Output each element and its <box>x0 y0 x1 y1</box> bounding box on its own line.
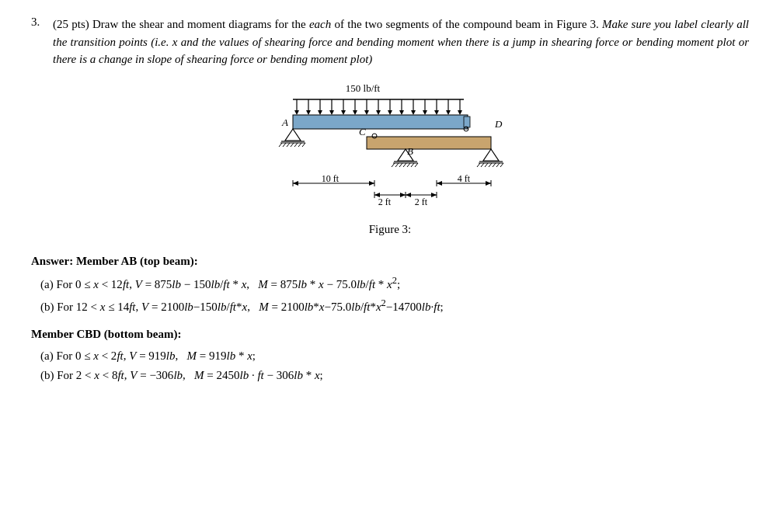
svg-rect-31 <box>293 115 468 129</box>
svg-line-42 <box>283 143 286 147</box>
svg-marker-4 <box>306 110 311 115</box>
dim-2ft-left: 2 ft <box>378 196 392 207</box>
ab-b-label: (b) <box>40 301 54 313</box>
svg-line-45 <box>294 143 298 147</box>
svg-line-51 <box>399 163 402 167</box>
svg-line-63 <box>500 163 503 167</box>
svg-line-52 <box>403 163 406 167</box>
svg-line-57 <box>477 163 480 167</box>
answer-section: Answer: Member AB (top beam): (a) For 0 … <box>31 252 749 386</box>
dim-10ft: 10 ft <box>322 173 340 184</box>
svg-marker-30 <box>458 110 462 115</box>
member-cbd-title: Member CBD (bottom beam): <box>31 325 749 345</box>
svg-marker-20 <box>399 110 404 115</box>
ab-answer-b: (b) For 12 < x ≤ 14ft, V = 2100lb−150lb/… <box>40 295 749 318</box>
svg-marker-38 <box>483 149 499 161</box>
cbd-answer-b: (b) For 2 < x < 8ft, V = −306lb, M = 245… <box>40 366 749 386</box>
label-c: C <box>359 126 366 137</box>
svg-line-43 <box>287 143 290 147</box>
svg-marker-8 <box>329 110 334 115</box>
member-ab-title: Answer: Member AB (top beam): <box>31 252 749 272</box>
svg-marker-12 <box>353 110 357 115</box>
label-a: A <box>281 116 288 128</box>
figure-caption: Figure 3: <box>369 223 412 236</box>
beam-diagram: 150 lb/ft <box>215 82 565 218</box>
svg-marker-22 <box>411 110 416 115</box>
problem-container: 3. (25 pts) Draw the shear and moment di… <box>31 16 749 386</box>
svg-line-61 <box>493 163 496 167</box>
svg-marker-68 <box>369 181 374 186</box>
figure-container: 150 lb/ft <box>31 82 749 236</box>
svg-line-58 <box>481 163 484 167</box>
load-label: 150 lb/ft <box>346 82 381 94</box>
ab-answer-a: (a) For 0 ≤ x < 12ft, V = 875lb − 150lb/… <box>40 273 749 295</box>
cbd-a-text: For 0 ≤ x < 2ft, V = 919lb, M = 919lb * … <box>56 349 256 362</box>
problem-number: 3. <box>31 16 53 68</box>
svg-marker-24 <box>423 110 427 115</box>
svg-line-59 <box>485 163 488 167</box>
svg-line-50 <box>395 163 399 167</box>
and-text: and <box>181 36 199 48</box>
label-d: D <box>494 118 503 130</box>
svg-line-55 <box>415 163 418 167</box>
svg-marker-77 <box>431 193 437 197</box>
cbd-answer-a: (a) For 0 ≤ x < 2ft, V = 919lb, M = 919l… <box>40 346 749 367</box>
svg-marker-2 <box>294 110 299 115</box>
svg-marker-76 <box>406 193 411 197</box>
svg-marker-10 <box>341 110 346 115</box>
svg-rect-32 <box>464 116 470 127</box>
svg-line-53 <box>407 163 410 167</box>
dim-2ft-right: 2 ft <box>415 196 428 207</box>
svg-marker-18 <box>388 110 392 115</box>
svg-line-62 <box>496 163 500 167</box>
emphasis-each: each <box>309 18 331 30</box>
cbd-a-label: (a) <box>40 349 54 362</box>
svg-marker-14 <box>364 110 369 115</box>
cbd-b-text: For 2 < x < 8ft, V = −306lb, M = 2450lb … <box>57 369 323 381</box>
svg-marker-16 <box>376 110 381 115</box>
ab-a-text: For 0 ≤ x < 12ft, V = 875lb − 150lb/ft *… <box>56 278 400 290</box>
svg-marker-6 <box>318 110 322 115</box>
label-b: B <box>407 145 413 157</box>
svg-line-60 <box>489 163 492 167</box>
svg-marker-73 <box>400 193 406 197</box>
dim-4ft: 4 ft <box>458 173 471 184</box>
problem-text: (25 pts) Draw the shear and moment diagr… <box>53 16 749 68</box>
ab-b-text: For 12 < x ≤ 14ft, V = 2100lb−150lb/ft*x… <box>57 301 443 313</box>
svg-marker-33 <box>285 129 301 141</box>
svg-line-47 <box>302 143 305 147</box>
svg-line-44 <box>291 143 294 147</box>
points-label: (25 pts) <box>53 18 89 30</box>
svg-marker-28 <box>446 110 451 115</box>
problem-header: 3. (25 pts) Draw the shear and moment di… <box>31 16 749 68</box>
svg-line-49 <box>392 163 395 167</box>
svg-line-41 <box>279 143 282 147</box>
svg-marker-26 <box>434 110 439 115</box>
svg-rect-35 <box>367 137 491 149</box>
emphasis-instructions: Make sure you label clearly all the tran… <box>53 18 749 65</box>
svg-line-54 <box>411 163 414 167</box>
cbd-b-label: (b) <box>40 369 54 381</box>
ab-a-label: (a) <box>40 278 54 290</box>
svg-marker-81 <box>437 181 442 186</box>
svg-marker-67 <box>293 181 298 186</box>
svg-marker-82 <box>486 181 491 186</box>
svg-line-46 <box>298 143 301 147</box>
